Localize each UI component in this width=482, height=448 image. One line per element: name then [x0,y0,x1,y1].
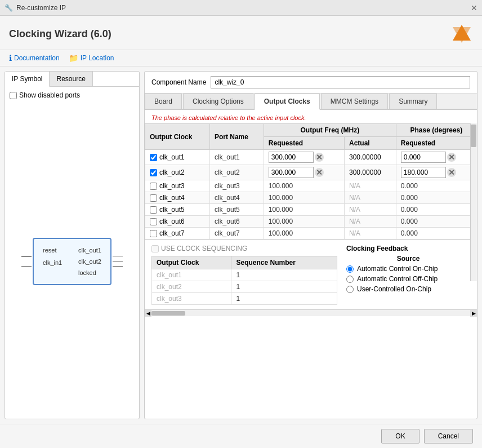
phase-1[interactable] [401,167,446,178]
clear-phase-1[interactable]: ✕ [447,168,456,177]
freq-actual-cell-1: 300.00000 [345,165,396,180]
horizontal-scrollbar[interactable]: ◀ ▶ [145,309,477,316]
radio-label-0: Automatic Control On-Chip [357,265,438,273]
clock-checkbox-3[interactable] [150,194,157,202]
freq-requested-1[interactable] [269,167,314,178]
clock-name-3: clk_out4 [159,194,185,202]
radio-option-0: Automatic Control On-Chip [346,265,470,273]
phase-note: The phase is calculated relative to the … [145,110,477,123]
content-area: IP Symbol Resource Show disabled ports [0,66,482,424]
ok-button[interactable]: OK [381,429,419,443]
phase-cell-2: 0.000 [396,180,476,192]
phase-cell-4: 0.000 [396,204,476,216]
port-line-locked-right [113,266,123,267]
xilinx-logo [450,23,473,45]
radio-input-0[interactable] [346,265,354,273]
col-header-output-clock: Output Clock [145,124,210,150]
clock-name-5: clk_out6 [159,218,185,225]
port-line-clkout1-right [113,256,123,256]
radio-options: Automatic Control On-Chip Automatic Cont… [346,265,470,293]
port-reset: reset [43,246,62,255]
clock-checkbox-4[interactable] [150,206,157,214]
seq-number-0: 1 [231,269,337,281]
right-panel: Component Name Board Clocking Options Ou… [144,71,477,419]
main-window: Clocking Wizard (6.0) ℹ Documentation 📁 … [0,16,482,448]
port-line-clkin1-left [21,266,32,267]
clock-checkbox-0[interactable] [150,154,157,161]
clock-checkbox-1[interactable] [150,169,157,176]
radio-option-1: Automatic Control Off-Chip [346,275,470,283]
vertical-scrollbar[interactable] [470,123,477,281]
info-icon: ℹ [9,54,12,63]
tab-mmcm-settings[interactable]: MMCM Settings [321,94,388,109]
clock-name-2: clk_out3 [159,182,185,190]
port-clkout2: clk_out2 [78,257,101,266]
left-panel-tabs: IP Symbol Resource [5,72,139,87]
freq-actual-cell-5: N/A [345,216,396,228]
freq-requested-cell-2: 100.000 [264,180,344,192]
freq-requested-cell-5: 100.000 [264,216,344,228]
clock-name-6: clk_out7 [159,229,185,237]
left-panel: IP Symbol Resource Show disabled ports [5,71,140,419]
source-label: Source [346,255,470,263]
feedback-section: Clocking Feedback Source Automatic Contr… [346,245,470,305]
chip-symbol-area: reset clk_in1 clk_out1 clk_out2 locked [5,104,139,419]
ip-location-link[interactable]: 📁 IP Location [69,54,114,63]
sequence-table: Output Clock Sequence Number clk_out1 1 … [151,256,337,305]
ip-location-label: IP Location [81,54,114,62]
col-header-actual: Actual [345,137,396,150]
title-bar: 🔧 Re-customize IP ✕ [0,0,482,16]
clock-checkbox-2[interactable] [150,183,157,190]
component-name-input[interactable] [211,76,470,88]
close-button[interactable]: ✕ [471,3,477,12]
clock-name-0: clk_out1 [159,153,185,161]
cancel-button[interactable]: Cancel [424,429,473,443]
tab-summary[interactable]: Summary [389,94,437,109]
output-clocks-table: Output Clock Port Name Output Freq (MHz)… [145,123,477,239]
col-header-requested: Requested [264,137,344,150]
tab-board[interactable]: Board [145,94,182,109]
seq-number-1: 1 [231,281,337,293]
seq-number-2: 1 [231,293,337,305]
radio-input-2[interactable] [346,286,354,293]
output-clocks-tab-content: The phase is calculated relative to the … [145,110,477,419]
clock-checkbox-6[interactable] [150,230,157,237]
scroll-left-arrow[interactable]: ◀ [145,310,151,317]
radio-option-2: User-Controlled On-Chip [346,285,470,293]
documentation-link[interactable]: ℹ Documentation [9,54,60,63]
tab-output-clocks[interactable]: Output Clocks [255,94,320,110]
freq-requested-0[interactable] [269,152,314,163]
scroll-right-arrow[interactable]: ▶ [470,310,477,317]
clear-freq-1[interactable]: ✕ [315,168,324,177]
port-name-1: clk_out2 [209,165,264,180]
radio-label-2: User-Controlled On-Chip [357,285,431,293]
scroll-thumb [471,125,476,147]
tab-clocking-options[interactable]: Clocking Options [183,94,253,109]
page-title: Clocking Wizard (6.0) [9,28,111,40]
radio-input-1[interactable] [346,276,354,283]
port-line-reset-left [21,256,32,257]
port-name-5: clk_out6 [209,216,264,228]
clock-checkbox-5[interactable] [150,218,157,225]
phase-cell-0: ✕ [396,150,476,165]
col-header-output-freq: Output Freq (MHz) [264,124,396,137]
clear-freq-0[interactable]: ✕ [315,153,324,162]
clock-name-4: clk_out5 [159,206,185,214]
phase-cell-5: 0.000 [396,216,476,228]
phase-0[interactable] [401,152,446,163]
show-disabled-ports-checkbox[interactable] [10,92,17,99]
h-scroll-track [151,311,470,316]
clock-enable-6: clk_out7 [145,228,210,239]
use-clock-sequencing-text: USE CLOCK SEQUENCING [161,245,247,252]
port-name-4: clk_out5 [209,204,264,216]
use-clock-sequencing-label: USE CLOCK SEQUENCING [151,245,337,252]
app-icon: 🔧 [5,4,13,12]
tab-resource[interactable]: Resource [50,72,92,86]
use-clock-sequencing-checkbox[interactable] [151,245,159,252]
col-header-phase-requested: Requested [396,137,476,150]
clock-enable-3: clk_out4 [145,192,210,204]
clear-phase-0[interactable]: ✕ [447,153,456,162]
seq-clock-0: clk_out1 [152,269,231,281]
tab-ip-symbol[interactable]: IP Symbol [5,72,50,87]
port-clkin1: clk_in1 [43,258,62,267]
